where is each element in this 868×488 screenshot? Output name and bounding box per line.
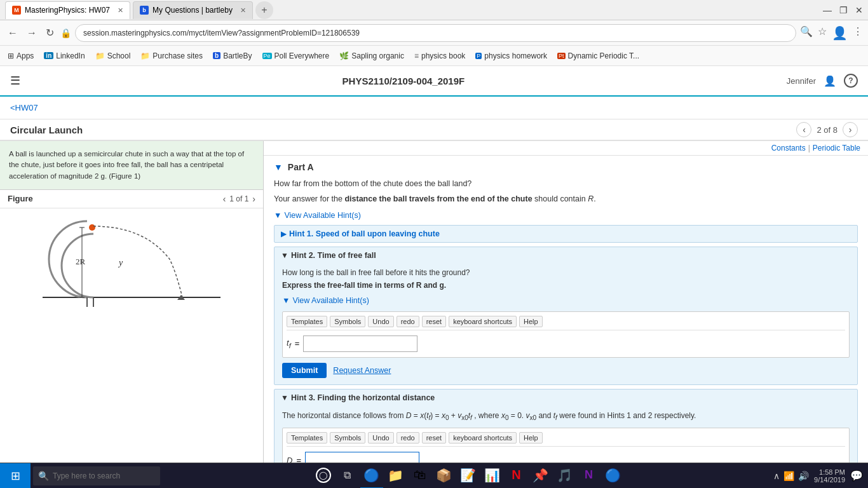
task-file-explorer[interactable]: 📁 [384,463,407,489]
bookmark-poll-everywhere[interactable]: Pe Poll Everywhere [260,50,332,62]
hw07-breadcrumb-link[interactable]: <HW07 [10,103,38,112]
figure-prev-button[interactable]: ‹ [223,194,226,204]
task-excel[interactable]: 📊 [481,463,504,489]
header-right: Jennifer 👤 ? [787,74,858,88]
bookmark-school[interactable]: 📁 School [93,50,133,62]
tab-mastering[interactable]: M MasteringPhysics: HW07 ✕ [5,1,130,19]
taskbar-search-input[interactable] [53,471,142,480]
task-word[interactable]: 📝 [457,463,480,489]
hint-2-header[interactable]: ▼ Hint 2. Time of free fall [275,247,857,264]
bartleby-tab-close[interactable]: ✕ [240,6,246,15]
page-navigation: ‹ 2 of 8 › [796,122,858,137]
task-chrome[interactable]: 🔵 [360,463,383,489]
hints-section: ▼ View Available Hint(s) ▶ Hint 1. Speed… [274,210,858,488]
excel-icon: 📊 [484,468,500,483]
poll-icon: Pe [262,53,272,59]
mastering-tab-close[interactable]: ✕ [118,6,123,15]
task-amazon[interactable]: 📦 [433,463,456,489]
search-icon[interactable]: 🔍 [800,25,813,41]
periodic-icon: Pt [557,53,566,59]
figure-label: Figure [8,194,33,203]
task-netflix[interactable]: N [505,463,528,489]
hint-2-submit-button[interactable]: Submit [282,363,327,378]
hint-2-body: How long is the ball in free fall before… [275,264,857,384]
bookmark-bartleby[interactable]: b BartleBy [210,50,254,62]
hint-2-title: Hint 2. Time of free fall [291,251,376,260]
figure-next-button[interactable]: › [252,194,255,204]
restore-button[interactable]: ❐ [839,5,848,15]
sapling-icon: 🌿 [339,51,349,60]
start-button[interactable]: ⊞ [0,463,31,489]
help-icon[interactable]: ? [844,74,858,88]
hint-3-header[interactable]: ▼ Hint 3. Finding the horizontal distanc… [275,390,857,406]
menu-icon[interactable]: ⋮ [853,25,863,41]
prev-page-button[interactable]: ‹ [796,122,811,137]
address-bar-icons: 🔍 ☆ 👤 ⋮ [800,25,863,41]
chevron-up-icon[interactable]: ∧ [773,471,780,481]
task-task-view[interactable]: ⧉ [336,463,359,489]
problem-description: A ball is launched up a semicircular chu… [0,141,263,190]
task-onenote[interactable]: N [578,463,600,489]
breadcrumb: <HW07 [0,97,868,119]
templates-button-3[interactable]: Templates [287,432,327,444]
hint-2-request-answer-button[interactable]: Request Answer [333,366,391,375]
svg-text:2R: 2R [76,257,86,266]
bookmark-dynamic-periodic[interactable]: Pt Dynamic Periodic T... [555,50,642,62]
symbols-button-2[interactable]: Symbols [330,316,365,327]
undo-button-3[interactable]: Undo [368,432,393,444]
bookmark-physics-book[interactable]: ≡ physics book [412,50,468,62]
redo-button-3[interactable]: redo [397,432,419,444]
bookmark-star-icon[interactable]: ☆ [818,25,827,41]
hint-2-view-sub-hints[interactable]: ▼ View Available Hint(s) [282,295,369,306]
bookmark-linkedin[interactable]: in LinkedIn [41,50,87,62]
next-page-button[interactable]: › [843,122,858,137]
physics-hw-icon: P [475,53,482,59]
reset-button-2[interactable]: reset [422,316,446,327]
bookmark-purchase-sites[interactable]: 📁 Purchase sites [138,50,205,62]
bookmark-apps[interactable]: ⊞ Apps [5,50,36,62]
forward-button[interactable]: → [24,26,39,40]
refresh-button[interactable]: ↻ [43,25,57,40]
address-input[interactable] [75,24,796,42]
keyboard-button-3[interactable]: keyboard shortcuts [449,432,517,444]
task-cortana[interactable]: ◯ [312,463,335,489]
bookmark-sapling[interactable]: 🌿 Sapling organic [337,50,407,62]
task-sticky-notes[interactable]: 📌 [529,463,552,489]
hint-2-eq-input[interactable] [303,336,417,352]
hamburger-menu[interactable]: ☰ [10,74,20,88]
help-button-3[interactable]: Help [519,432,543,444]
volume-icon[interactable]: 🔊 [798,471,809,481]
bookmark-physics-hw[interactable]: P physics homework [473,50,550,62]
undo-button-2[interactable]: Undo [368,316,393,327]
back-button[interactable]: ← [5,26,20,40]
hint-2-instruction: Express the free-fall time in terms of R… [282,281,850,290]
left-panel: A ball is launched up a semicircular chu… [0,141,264,488]
current-date: 9/14/2019 [814,476,845,484]
reset-button-3[interactable]: reset [422,432,446,444]
user-icon[interactable]: 👤 [832,25,848,41]
task-itunes[interactable]: 🎵 [553,463,576,489]
keyboard-button-2[interactable]: keyboard shortcuts [449,316,517,327]
task-view-icon: ⧉ [344,470,351,481]
close-button[interactable]: ✕ [855,5,863,15]
tab-bartleby[interactable]: b My Questions | bartleby ✕ [133,1,253,19]
notification-icon[interactable]: 💬 [850,470,863,482]
netflix-icon: N [512,468,520,482]
system-icons: ∧ 📶 🔊 [773,471,809,481]
part-a-collapse-arrow[interactable]: ▼ [274,162,283,172]
constants-link[interactable]: Constants [771,144,806,152]
help-button-2[interactable]: Help [519,316,543,327]
user-profile-icon[interactable]: 👤 [824,75,836,87]
task-store[interactable]: 🛍 [409,463,431,489]
redo-button-2[interactable]: redo [397,316,419,327]
figure-panel: Figure ‹ 1 of 1 › [0,190,263,488]
symbols-button-3[interactable]: Symbols [330,432,365,444]
templates-button-2[interactable]: Templates [287,316,327,327]
minimize-button[interactable]: — [823,5,832,15]
hint-2-toolbar: Templates Symbols Undo redo reset keyboa… [287,316,845,330]
hint-1-header[interactable]: ▶ Hint 1. Speed of ball upon leaving chu… [275,226,857,242]
new-tab-button[interactable]: + [255,1,273,19]
periodic-table-link[interactable]: Periodic Table [813,144,860,152]
view-hints-button[interactable]: ▼ View Available Hint(s) [274,210,361,221]
task-app-extra[interactable]: 🔵 [602,463,625,489]
